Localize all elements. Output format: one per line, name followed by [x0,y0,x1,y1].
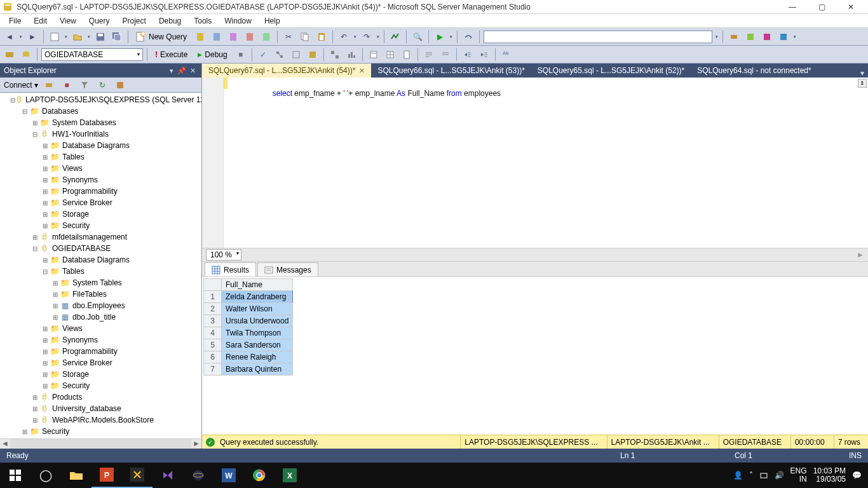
tree-node[interactable]: ⊟📁Tables [0,266,201,277]
paste-button[interactable] [315,30,329,44]
as-query-button[interactable] [210,30,224,44]
find-combo[interactable] [484,30,712,43]
query-options-button[interactable] [289,48,303,62]
open-file-dropdown[interactable]: ▾ [87,30,91,44]
disconnect-button[interactable] [42,78,56,92]
cut-button[interactable]: ✂ [281,30,295,44]
nav-back-button[interactable]: ◄ [3,30,17,44]
expand-toggle[interactable]: ⊞ [51,291,60,298]
row-number[interactable]: 6 [204,351,222,363]
increase-indent-button[interactable] [477,48,491,62]
word-icon[interactable]: W [214,463,244,488]
tree-node[interactable]: ⊟📁Databases [0,105,201,117]
expand-toggle[interactable]: ⊟ [31,131,39,138]
table-row[interactable]: 5Sara Sanderson [204,339,293,351]
visual-studio-icon[interactable] [153,463,183,488]
expand-toggle[interactable]: ⊞ [41,200,50,207]
expand-toggle[interactable]: ⊞ [41,257,50,264]
menu-project[interactable]: Project [116,15,153,27]
tree-node[interactable]: ⊞📁Service Broker [0,357,201,369]
ssms-icon[interactable] [122,463,153,488]
refresh-button[interactable]: ↻ [95,78,109,92]
document-tab[interactable]: SQLQuery66.sql - L...SG5JEJK\Ankit (53))… [371,64,531,78]
connect-button[interactable]: Connect ▾ [4,81,38,90]
tree-node[interactable]: ⊞🛢mfdetailsmanagement [0,231,201,243]
expand-toggle[interactable]: ⊞ [41,211,50,218]
row-number[interactable]: 1 [204,291,222,303]
system-tray[interactable]: 👤 ˄ 🔊 ENGIN 10:03 PM19/03/05 💬 [727,463,868,488]
tree-node[interactable]: ⊞📁Synonyms [0,174,201,186]
corner-cell[interactable] [204,279,222,291]
window-minimize-button[interactable]: — [778,0,807,14]
oe-search-button[interactable] [113,78,127,92]
file-explorer-icon[interactable] [61,463,92,488]
tree-node[interactable]: ⊟🛢HW1-YourInitials [0,128,201,140]
menu-tools[interactable]: Tools [187,15,218,27]
cell-full-name[interactable]: Walter Wilson [222,303,293,315]
tree-node[interactable]: ⊞📁Programmability [0,346,201,357]
expand-toggle[interactable]: ⊞ [31,119,39,126]
expand-toggle[interactable]: ⊞ [41,188,50,195]
registered-servers-button[interactable] [727,30,741,44]
split-editor-button[interactable]: ⇕ [858,79,867,88]
display-plan-button[interactable] [273,48,287,62]
people-icon[interactable]: 👤 [733,471,743,480]
table-row[interactable]: 6Renee Raleigh [204,351,293,363]
redo-dropdown[interactable]: ▾ [376,30,380,44]
uncomment-button[interactable] [438,48,452,62]
parse-button[interactable]: ✓ [256,48,270,62]
menu-window[interactable]: Window [218,15,258,27]
scroll-left-icon[interactable]: ◄ [0,439,10,449]
tree-node[interactable]: ⊞📁Tables [0,151,201,163]
tree-node[interactable]: ⊞📁Database Diagrams [0,254,201,266]
copy-button[interactable] [298,30,312,44]
include-plan-button[interactable] [328,48,342,62]
table-row[interactable]: 3Ursula Underwood [204,315,293,327]
expand-toggle[interactable]: ⊞ [31,394,39,401]
scroll-track[interactable] [10,439,191,449]
expand-toggle[interactable]: ⊞ [41,222,50,229]
expand-toggle[interactable]: ⊞ [41,371,50,378]
nav-back-dropdown[interactable]: ▾ [19,30,23,44]
tree-node[interactable]: ⊞📁FileTables [0,288,201,300]
tree-node[interactable]: ⊞📁System Tables [0,277,201,288]
results-to-text-button[interactable] [367,48,381,62]
notifications-icon[interactable]: 💬 [852,471,862,480]
tree-node[interactable]: ⊞📁Security [0,380,201,391]
expand-toggle[interactable]: ⊞ [51,280,60,287]
cell-full-name[interactable]: Zelda Zandraberg [222,291,293,303]
volume-icon[interactable]: 🔊 [775,471,784,480]
nav-forward-button[interactable]: ► [25,30,39,44]
expand-toggle[interactable]: ⊞ [41,348,50,355]
object-explorer-button[interactable] [743,30,757,44]
expand-toggle[interactable]: ⊟ [31,245,39,252]
zoom-combo[interactable]: 100 %▾ [206,249,241,261]
object-explorer-titlebar[interactable]: Object Explorer ▾ 📌 ✕ [0,64,201,78]
stop-button[interactable]: ■ [60,78,74,92]
new-project-button[interactable] [48,30,62,44]
expand-toggle[interactable]: ⊟ [41,268,50,275]
row-number[interactable]: 2 [204,303,222,315]
tree-node[interactable]: ⊞▦dbo.Employees [0,300,201,311]
horizontal-scrollbar[interactable]: ◄ ► [0,438,201,449]
sql-editor[interactable]: select emp_fname + ' '+ emp_lname As Ful… [202,78,868,248]
menu-file[interactable]: File [3,15,27,27]
decrease-indent-button[interactable] [461,48,475,62]
language-indicator[interactable]: ENGIN [790,467,807,484]
expand-toggle[interactable]: ⊞ [41,325,50,332]
expand-toggle[interactable]: ⊞ [41,165,50,172]
tree-node[interactable]: ⊟🛢OGIEDATABASE [0,243,201,254]
properties-button[interactable] [776,30,790,44]
redo-button[interactable]: ↷ [360,30,374,44]
save-all-button[interactable] [110,30,124,44]
row-number[interactable]: 7 [204,363,222,376]
expand-toggle[interactable]: ⊞ [51,314,60,321]
tab-overflow-button[interactable]: ▾ [857,69,868,78]
table-row[interactable]: 4Twila Thompson [204,327,293,339]
expand-toggle[interactable]: ⊞ [31,405,39,412]
debug-start-dropdown[interactable]: ▾ [449,30,453,44]
tree-node[interactable]: ⊞📁Programmability [0,186,201,197]
step-over-button[interactable] [461,30,475,44]
results-to-file-button[interactable] [400,48,414,62]
window-maximize-button[interactable]: ▢ [807,0,836,14]
